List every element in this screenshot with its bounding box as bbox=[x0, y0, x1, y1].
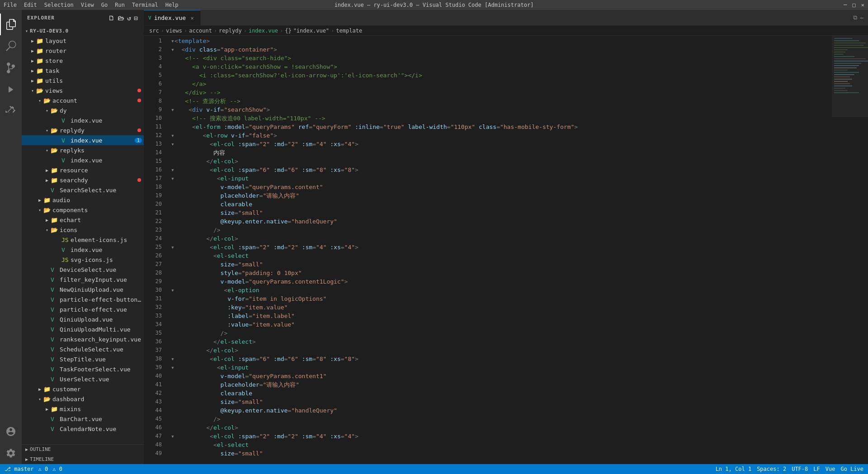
sidebar-item-calendarnote[interactable]: V CalendarNote.vue bbox=[22, 424, 144, 434]
menu-item-edit[interactable]: Edit bbox=[24, 2, 37, 8]
sidebar-item-particle-effect[interactable]: V particle-effect.vue bbox=[22, 304, 144, 314]
sidebar-item-audio[interactable]: ▶ 📁 audio bbox=[22, 195, 144, 205]
collapse-icon[interactable]: ⊟ bbox=[134, 14, 138, 22]
extensions-icon[interactable] bbox=[0, 100, 22, 122]
breadcrumb-scope-name[interactable]: "index.vue" bbox=[293, 28, 329, 34]
sidebar-item-router[interactable]: ▶ 📁 router bbox=[22, 46, 144, 56]
sidebar-item-newqiniuupload[interactable]: V NewQiniuUpload.vue bbox=[22, 284, 144, 294]
settings-icon[interactable] bbox=[0, 442, 22, 464]
maximize-button[interactable]: □ bbox=[853, 2, 856, 8]
sidebar-item-userselect[interactable]: V UserSelect.vue bbox=[22, 374, 144, 384]
sidebar-item-replydy-index[interactable]: V index.vue 1 bbox=[22, 135, 144, 145]
tab-close-button[interactable]: ✕ bbox=[189, 14, 196, 22]
modified-indicator bbox=[137, 128, 141, 132]
sidebar-actions[interactable]: 🗋 🗁 ↺ ⊟ bbox=[108, 14, 138, 22]
close-button[interactable]: ✕ bbox=[861, 2, 864, 8]
sidebar-item-qiniuupload[interactable]: V QiniuUpload.vue bbox=[22, 314, 144, 324]
go-live-button[interactable]: Go Live bbox=[840, 466, 863, 472]
sidebar-header: EXPLORER 🗋 🗁 ↺ ⊟ bbox=[22, 10, 144, 26]
sidebar-item-views[interactable]: ▾ 📂 views bbox=[22, 85, 144, 95]
menu-item-go[interactable]: Go bbox=[101, 2, 108, 8]
more-actions-icon[interactable]: ⋯ bbox=[860, 14, 863, 21]
sidebar-item-layout[interactable]: ▶ 📁 layout bbox=[22, 36, 144, 46]
sidebar-item-filter-keyinput[interactable]: V filter_keyInput.vue bbox=[22, 275, 144, 284]
sidebar-item-particle-effect-button[interactable]: V particle-effect-button.vue bbox=[22, 294, 144, 304]
breadcrumb-replydy[interactable]: replydy bbox=[219, 28, 242, 34]
language-mode[interactable]: Vue bbox=[826, 466, 835, 472]
menu-item-help[interactable]: Help bbox=[165, 2, 179, 8]
new-file-icon[interactable]: 🗋 bbox=[108, 14, 115, 22]
sidebar-item-customer[interactable]: ▶ 📁 customer bbox=[22, 384, 144, 394]
menu-item-run[interactable]: Run bbox=[115, 2, 125, 8]
explorer-icon[interactable] bbox=[0, 14, 22, 35]
outline-panel[interactable]: ▶ OUTLINE bbox=[22, 444, 144, 454]
sidebar-item-task[interactable]: ▶ 📁 task bbox=[22, 66, 144, 76]
sidebar-item-deviceselect[interactable]: V DeviceSelect.vue bbox=[22, 265, 144, 275]
eol[interactable]: LF bbox=[813, 466, 820, 472]
account-icon[interactable] bbox=[0, 421, 22, 442]
encoding[interactable]: UTF-8 bbox=[792, 466, 808, 472]
run-icon[interactable] bbox=[0, 79, 22, 100]
sidebar-item-replyks-index[interactable]: V index.vue bbox=[22, 155, 144, 165]
sidebar-tree[interactable]: ▶ 📁 layout ▶ 📁 router ▶ 📁 store ▶ bbox=[22, 36, 144, 444]
menu-item-terminal[interactable]: Terminal bbox=[132, 2, 158, 8]
sidebar-item-barchart[interactable]: V BarChart.vue bbox=[22, 414, 144, 424]
breadcrumb-account[interactable]: account bbox=[189, 28, 212, 34]
activity-bar bbox=[0, 10, 22, 464]
sidebar-item-dy-index[interactable]: V index.vue bbox=[22, 115, 144, 125]
breadcrumb-src[interactable]: src bbox=[149, 28, 159, 34]
sidebar-item-echart[interactable]: ▶ 📁 echart bbox=[22, 215, 144, 225]
source-control-icon[interactable] bbox=[0, 57, 22, 79]
sidebar-item-account[interactable]: ▾ 📂 account bbox=[22, 95, 144, 105]
js-file-icon: JS bbox=[61, 256, 69, 263]
sidebar-item-utils[interactable]: ▶ 📁 utils bbox=[22, 76, 144, 85]
breadcrumb-views[interactable]: views bbox=[166, 28, 182, 34]
sidebar-item-components[interactable]: ▾ 📂 components bbox=[22, 205, 144, 215]
sidebar-item-searchselect[interactable]: V SearchSelect.vue bbox=[22, 185, 144, 195]
sidebar-item-icons-index[interactable]: V index.vue bbox=[22, 245, 144, 255]
warning-count[interactable]: ⚠ 0 bbox=[52, 466, 62, 472]
cursor-position[interactable]: Ln 1, Col 1 bbox=[716, 466, 751, 472]
minimize-button[interactable]: ─ bbox=[844, 2, 847, 8]
editor-content: 1 2 3 4 5 6 7 8 9 10 11 12 13 14 15 16 1… bbox=[144, 36, 868, 464]
menu-item-view[interactable]: View bbox=[81, 2, 94, 8]
indentation[interactable]: Spaces: 2 bbox=[757, 466, 786, 472]
sidebar-item-replyks[interactable]: ▾ 📂 replyks bbox=[22, 145, 144, 155]
sidebar-item-dashboard[interactable]: ▾ 📂 dashboard bbox=[22, 394, 144, 404]
sidebar-item-dy[interactable]: ▾ 📂 dy bbox=[22, 105, 144, 115]
sidebar-item-qiniuuploadmulti[interactable]: V QiniuUploadMulti.vue bbox=[22, 324, 144, 334]
tab-index-vue[interactable]: V index.vue ✕ bbox=[144, 10, 201, 25]
split-editor-icon[interactable]: ⧉ bbox=[853, 14, 857, 21]
sidebar-item-icons[interactable]: ▾ 📂 icons bbox=[22, 225, 144, 235]
error-count[interactable]: ⚠ 0 bbox=[38, 466, 48, 472]
timeline-panel[interactable]: ▶ TIMELINE bbox=[22, 454, 144, 464]
code-editor[interactable]: ▾<template> ▾ <div class="app-container"… bbox=[166, 36, 832, 464]
breadcrumb-scope[interactable]: {} bbox=[285, 28, 291, 34]
sidebar-item-steptitle[interactable]: V StepTitle.vue bbox=[22, 354, 144, 364]
editor-actions[interactable]: ⧉ ⋯ bbox=[849, 10, 868, 25]
refresh-icon[interactable]: ↺ bbox=[127, 14, 131, 22]
sidebar-item-ranksearch[interactable]: V ranksearch_keyinput.vue bbox=[22, 334, 144, 344]
menu-item-file[interactable]: File bbox=[4, 2, 17, 8]
sidebar-item-replydy[interactable]: ▾ 📂 replydy bbox=[22, 125, 144, 135]
folder-icon: 📂 bbox=[43, 97, 51, 104]
new-folder-icon[interactable]: 🗁 bbox=[118, 14, 124, 22]
sidebar-item-element-icons[interactable]: JS element-icons.js bbox=[22, 235, 144, 245]
breadcrumb-template[interactable]: template bbox=[336, 28, 362, 34]
sidebar-item-scheduleselect[interactable]: V ScheduleSelect.vue bbox=[22, 344, 144, 354]
sidebar-item-resource[interactable]: ▶ 📁 resource bbox=[22, 165, 144, 175]
sidebar-item-taskfooterselect[interactable]: V TaskFooterSelect.vue bbox=[22, 364, 144, 374]
menu-item-selection[interactable]: Selection bbox=[44, 2, 74, 8]
tab-file-icon: V bbox=[148, 15, 151, 21]
sidebar-item-mixins[interactable]: ▶ 📁 mixins bbox=[22, 404, 144, 414]
sidebar-item-svg-icons[interactable]: JS svg-icons.js bbox=[22, 255, 144, 265]
breadcrumb-file[interactable]: index.vue bbox=[249, 28, 278, 34]
vue-file-icon: V bbox=[51, 416, 58, 422]
sidebar-item-searchdy[interactable]: ▶ 📁 searchdy bbox=[22, 175, 144, 185]
titlebar-menu[interactable]: FileEditSelectionViewGoRunTerminalHelp bbox=[4, 2, 179, 8]
search-icon[interactable] bbox=[0, 35, 22, 57]
project-root[interactable]: ▾ RY-UI-DEV3.0 bbox=[22, 26, 144, 36]
sidebar-item-store[interactable]: ▶ 📁 store bbox=[22, 56, 144, 66]
git-branch[interactable]: ⎇ master bbox=[5, 466, 34, 472]
titlebar-controls[interactable]: ─ □ ✕ bbox=[844, 2, 864, 8]
